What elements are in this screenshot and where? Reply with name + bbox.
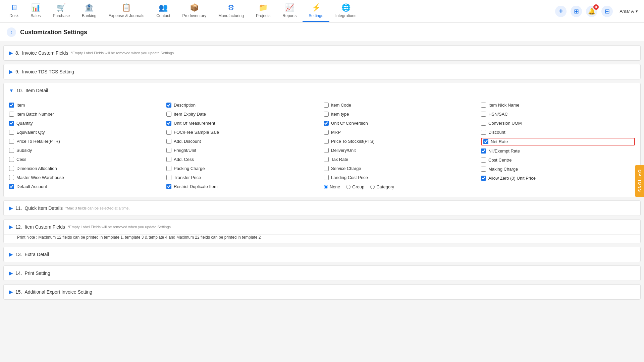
cb-tax-rate[interactable]: Tax Rate <box>324 156 478 163</box>
cb-pts[interactable]: Price To Stockist(PTS) <box>324 138 478 145</box>
cb-landing-cost-input[interactable] <box>324 175 329 180</box>
cb-item[interactable]: Item <box>9 102 163 109</box>
nav-integrations[interactable]: 🌐 Integrations <box>329 1 363 22</box>
cb-conversion-uom[interactable]: Conversion UOM <box>481 120 635 127</box>
cb-uom-input[interactable] <box>166 121 171 126</box>
cb-tax-rate-input[interactable] <box>324 157 329 162</box>
nav-settings[interactable]: ⚡ Settings <box>303 1 329 22</box>
cb-price-retailer[interactable]: Price To Retailer(PTR) <box>9 138 163 145</box>
cb-allow-zero-input[interactable] <box>481 176 486 181</box>
cb-net-rate-input[interactable] <box>483 139 488 144</box>
cb-default-account-input[interactable] <box>9 184 14 189</box>
cb-allow-zero[interactable]: Allow Zero (0) Unit Price <box>481 175 635 182</box>
cb-transfer-price[interactable]: Transfer Price <box>166 174 320 181</box>
cb-freight-unit-input[interactable] <box>166 148 171 153</box>
cb-mrp-input[interactable] <box>324 130 329 135</box>
cb-delivery-unit[interactable]: Delivery/Unit <box>324 147 478 154</box>
cb-subsidy-input[interactable] <box>9 148 14 153</box>
cb-cess[interactable]: Cess <box>9 156 163 163</box>
nav-expense-journals[interactable]: 📋 Expense & Journals <box>102 1 150 22</box>
cb-mrp[interactable]: MRP <box>324 129 478 136</box>
cb-price-retailer-input[interactable] <box>9 139 14 144</box>
cb-master-warehouse-input[interactable] <box>9 175 14 180</box>
cb-master-warehouse[interactable]: Master Wise Warehouse <box>9 174 163 181</box>
cb-pts-input[interactable] <box>324 139 329 144</box>
cb-add-cess-input[interactable] <box>166 157 171 162</box>
notification-button[interactable]: 🔔 0 <box>586 6 597 17</box>
section-11-header[interactable]: ▶ 11. Quick Item Details *Max 3 fields c… <box>4 201 640 216</box>
cb-service-charge[interactable]: Service Charge <box>324 165 478 172</box>
nav-pro-inventory[interactable]: 📦 Pro Inventory <box>176 1 212 22</box>
cb-equivalent-qty[interactable]: Equivalent Qty <box>9 129 163 136</box>
cb-quantity-input[interactable] <box>9 121 14 126</box>
nav-sales[interactable]: 📊 Sales <box>24 1 47 22</box>
cb-uoc-input[interactable] <box>324 121 329 126</box>
section-9-header[interactable]: ▶ 9. Invoice TDS TCS Setting <box>4 64 640 79</box>
cb-add-discount-input[interactable] <box>166 139 171 144</box>
cb-dimension-alloc[interactable]: Dimension Allocation <box>9 165 163 172</box>
cb-making-charge[interactable]: Making Charge <box>481 166 635 173</box>
cb-item-input[interactable] <box>9 103 14 108</box>
radio-category[interactable]: Category <box>370 184 394 189</box>
cb-item-nickname[interactable]: Item Nick Name <box>481 102 635 109</box>
cb-expiry-date-input[interactable] <box>166 112 171 117</box>
cb-item-nickname-input[interactable] <box>481 103 486 108</box>
user-menu-button[interactable]: Amar A ▾ <box>617 7 641 15</box>
section-15-header[interactable]: ▶ 15. Additional Export Invoice Setting <box>4 285 640 299</box>
cb-add-cess[interactable]: Add. Cess <box>166 156 320 163</box>
section-14-header[interactable]: ▶ 14. Print Setting <box>4 266 640 281</box>
cb-cess-input[interactable] <box>9 157 14 162</box>
cb-service-charge-input[interactable] <box>324 166 329 171</box>
cb-hsn-sac[interactable]: HSN/SAC <box>481 111 635 118</box>
cb-item-type[interactable]: Item type <box>324 111 478 118</box>
cb-nil-exempt[interactable]: Nil/Exempt Rate <box>481 147 635 155</box>
section-13-header[interactable]: ▶ 13. Extra Detail <box>4 247 640 262</box>
grid-button[interactable]: ⊞ <box>571 6 582 17</box>
cb-freight-unit[interactable]: Freight/Unit <box>166 147 320 154</box>
cb-packing-charge-input[interactable] <box>166 166 171 171</box>
cb-subsidy[interactable]: Subsidy <box>9 147 163 154</box>
cb-cost-centre[interactable]: Cost Centre <box>481 157 635 164</box>
section-10-header[interactable]: ▼ 10. Item Detail <box>4 83 640 98</box>
nav-contact[interactable]: 👥 Contact <box>150 1 176 22</box>
cb-restrict-duplicate-input[interactable] <box>166 184 171 189</box>
cb-delivery-unit-input[interactable] <box>324 148 329 153</box>
options-sidebar[interactable]: OPTIONS <box>635 165 644 197</box>
section-12-header[interactable]: ▶ 12. Item Custom Fields *Empty Label Fi… <box>4 220 640 234</box>
cb-packing-charge[interactable]: Packing Charge <box>166 165 320 172</box>
cb-description[interactable]: Description <box>166 102 320 109</box>
cb-uom[interactable]: Unit Of Measurement <box>166 120 320 127</box>
cb-cost-centre-input[interactable] <box>481 158 486 163</box>
nav-purchase[interactable]: 🛒 Purchase <box>47 1 76 22</box>
cb-expiry-date[interactable]: Item Expiry Date <box>166 111 320 118</box>
cb-equivalent-qty-input[interactable] <box>9 130 14 135</box>
cb-description-input[interactable] <box>166 103 171 108</box>
section-8-header[interactable]: ▶ 8. Invoice Custom Fields *Empty Label … <box>4 46 640 60</box>
cb-dimension-alloc-input[interactable] <box>9 166 14 171</box>
cb-landing-cost[interactable]: Landing Cost Price <box>324 174 478 181</box>
add-button[interactable]: + <box>555 6 567 17</box>
cb-default-account[interactable]: Default Account <box>9 183 163 190</box>
cb-item-code-input[interactable] <box>324 103 329 108</box>
apps-button[interactable]: ⊟ <box>601 6 613 17</box>
cb-nil-exempt-input[interactable] <box>481 148 486 154</box>
nav-desk[interactable]: 🖥 Desk <box>3 1 24 22</box>
cb-making-charge-input[interactable] <box>481 167 486 172</box>
cb-transfer-price-input[interactable] <box>166 175 171 180</box>
cb-foc-input[interactable] <box>166 130 171 135</box>
nav-projects[interactable]: 📁 Projects <box>250 1 276 22</box>
nav-reports[interactable]: 📈 Reports <box>276 1 303 22</box>
cb-quantity[interactable]: Quantity <box>9 120 163 127</box>
radio-none[interactable]: None <box>324 184 340 189</box>
cb-discount-input[interactable] <box>481 130 486 135</box>
cb-uoc[interactable]: Unit Of Conversion <box>324 120 478 127</box>
nav-banking[interactable]: 🏦 Banking <box>76 1 102 22</box>
back-button[interactable]: ‹ <box>7 27 16 37</box>
cb-add-discount[interactable]: Add. Discount <box>166 138 320 145</box>
cb-conversion-uom-input[interactable] <box>481 121 486 126</box>
nav-manufacturing[interactable]: ⚙ Manufacturing <box>212 1 250 22</box>
cb-foc[interactable]: FOC/Free Sample Sale <box>166 129 320 136</box>
cb-item-batch-input[interactable] <box>9 112 14 117</box>
cb-item-batch[interactable]: Item Batch Number <box>9 111 163 118</box>
cb-discount[interactable]: Discount <box>481 129 635 136</box>
